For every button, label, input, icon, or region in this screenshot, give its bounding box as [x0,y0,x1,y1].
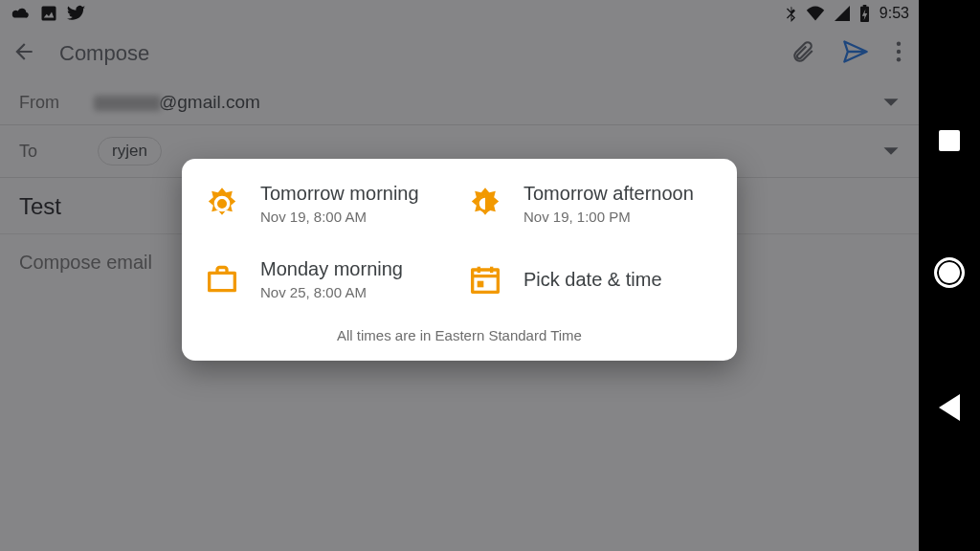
nav-back-icon[interactable] [939,394,960,421]
nav-home-icon[interactable] [934,257,965,288]
sun-half-icon [464,183,506,225]
schedule-option-pick-datetime[interactable]: Pick date & time [464,257,718,300]
option-label: Monday morning [260,257,403,280]
android-nav-bar [919,0,980,551]
option-subtext: Nov 19, 8:00 AM [260,209,419,225]
option-subtext: Nov 19, 1:00 PM [523,209,694,225]
option-subtext: Nov 25, 8:00 AM [260,284,403,300]
svg-rect-7 [478,280,484,287]
briefcase-icon [201,258,243,300]
schedule-send-dialog: Tomorrow morning Nov 19, 8:00 AM Tomorro… [182,159,737,361]
schedule-option-monday-morning[interactable]: Monday morning Nov 25, 8:00 AM [201,257,455,300]
option-label: Pick date & time [523,268,662,291]
option-label: Tomorrow morning [260,182,419,205]
nav-recent-icon[interactable] [939,130,960,151]
option-label: Tomorrow afternoon [523,182,694,205]
sun-icon [201,183,243,225]
dialog-footer-text: All times are in Eastern Standard Time [201,327,718,343]
calendar-icon [464,258,506,300]
schedule-option-tomorrow-morning[interactable]: Tomorrow morning Nov 19, 8:00 AM [201,182,455,225]
schedule-option-tomorrow-afternoon[interactable]: Tomorrow afternoon Nov 19, 1:00 PM [464,182,718,225]
